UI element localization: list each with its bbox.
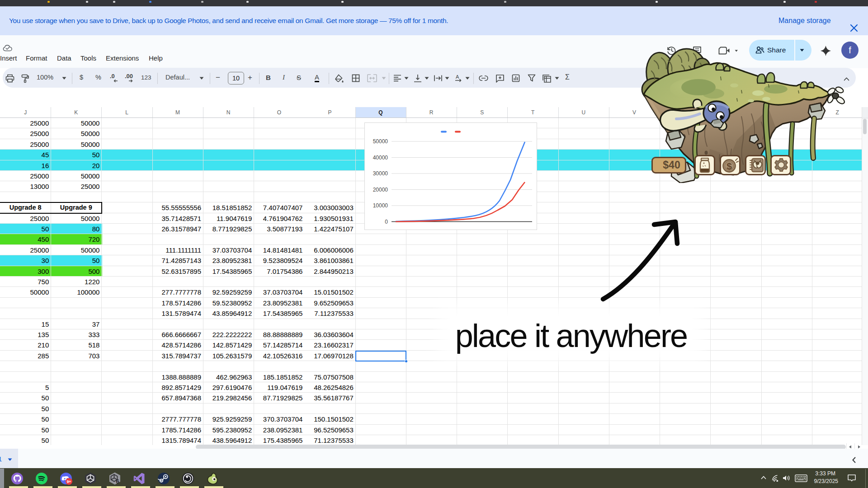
- svg-text:10000: 10000: [373, 202, 388, 209]
- svg-text:30000: 30000: [373, 170, 388, 177]
- svg-text:40000: 40000: [373, 155, 388, 161]
- svg-text:0: 0: [385, 219, 388, 225]
- svg-text:20000: 20000: [373, 187, 388, 193]
- svg-text:A: A: [456, 74, 459, 80]
- svg-text:6: 6: [116, 478, 119, 485]
- svg-text:50000: 50000: [373, 138, 388, 145]
- svg-text:9+: 9+: [67, 479, 71, 484]
- svg-text:$: $: [726, 161, 732, 171]
